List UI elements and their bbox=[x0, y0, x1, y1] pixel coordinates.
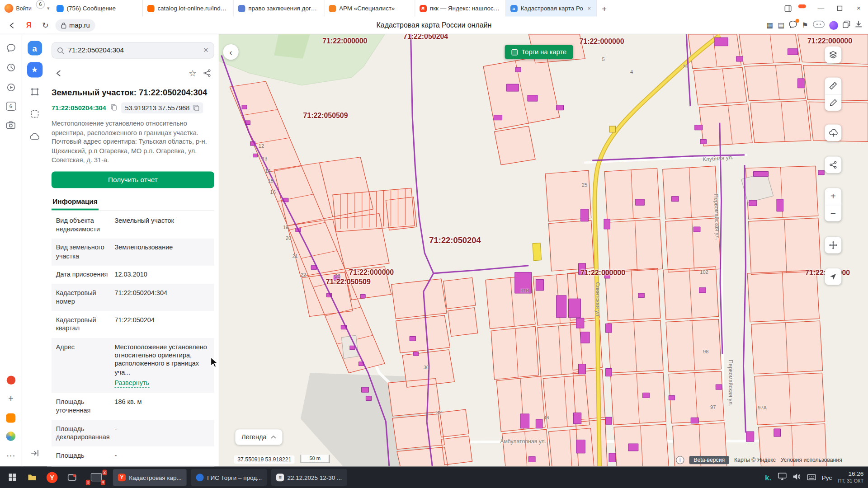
history-icon[interactable] bbox=[5, 62, 16, 73]
measure-tool-icon[interactable] bbox=[27, 84, 42, 99]
favorites-tile[interactable]: ★ bbox=[27, 62, 42, 77]
map-canvas[interactable]: 71:22:00000071:22:05020471:22:00000071:2… bbox=[219, 34, 868, 466]
tab-groups-icon[interactable] bbox=[843, 20, 850, 30]
profile-button[interactable]: Войти bbox=[0, 0, 36, 17]
zoom-in-button[interactable]: + bbox=[825, 188, 841, 205]
object-panel: ✕ ☆ Земельный участок: 71:22:050204:304 … bbox=[47, 34, 219, 466]
add-panel-icon[interactable]: + bbox=[5, 394, 16, 404]
tab-panels-icon[interactable] bbox=[781, 5, 795, 12]
more-icon[interactable]: ⋯ bbox=[5, 450, 16, 461]
close-button[interactable]: × bbox=[849, 0, 868, 17]
tab-contract[interactable]: право заключения догов... bbox=[233, 0, 324, 17]
video-icon[interactable] bbox=[5, 82, 16, 93]
object-chips: 71:22:050204:304 53.919213 37.557968 bbox=[52, 103, 214, 113]
maximize-button[interactable] bbox=[830, 0, 849, 17]
cloud-icon[interactable] bbox=[27, 128, 42, 144]
display-icon[interactable] bbox=[778, 472, 787, 482]
url-text: map.ru bbox=[69, 21, 90, 29]
extensions-icon[interactable] bbox=[813, 20, 825, 30]
checkbox-icon[interactable] bbox=[511, 49, 517, 55]
window-controls: — × bbox=[781, 0, 868, 17]
copy-icon[interactable] bbox=[193, 104, 199, 111]
trades-on-map-button[interactable]: Торги на карте bbox=[505, 45, 573, 59]
minimize-button[interactable]: — bbox=[811, 0, 830, 17]
collections-icon[interactable]: ▦ bbox=[767, 21, 774, 29]
road-sign bbox=[609, 126, 615, 132]
cloud-upload-icon[interactable] bbox=[825, 125, 841, 141]
new-tab-button[interactable]: + bbox=[596, 0, 612, 17]
start-button[interactable] bbox=[5, 469, 20, 485]
speaker-icon[interactable] bbox=[793, 472, 801, 482]
date-text: ПТ, 31 ОКТ bbox=[838, 478, 864, 484]
locate-control bbox=[825, 268, 841, 285]
tab-cadastral-map[interactable]: a Кадастровая карта Ро × bbox=[506, 0, 597, 17]
taskbar-app-gis[interactable]: ГИС Торги – прод... bbox=[191, 469, 267, 486]
window-preview[interactable]: 2 3 4 bbox=[84, 469, 108, 486]
search-input[interactable] bbox=[68, 47, 199, 54]
tab-yandex-search[interactable]: Я пкк — Яндекс: нашлось... bbox=[415, 0, 506, 17]
pencil-icon[interactable] bbox=[825, 94, 841, 111]
message-badge bbox=[796, 19, 800, 23]
beta-badge: Beta-версия bbox=[689, 456, 729, 464]
object-title: Земельный участок: 71:22:050204:304 bbox=[52, 87, 214, 97]
reload-icon[interactable]: ↻ bbox=[39, 19, 52, 32]
bookmark-flag-icon[interactable]: ⚑ bbox=[802, 21, 808, 29]
search-box[interactable]: ✕ bbox=[52, 42, 214, 59]
input-panel-icon[interactable] bbox=[807, 472, 816, 482]
yandex-logo[interactable]: Я bbox=[22, 19, 35, 32]
map-share-icon[interactable] bbox=[825, 157, 841, 174]
tab-messages[interactable]: (756) Сообщение bbox=[52, 0, 143, 17]
messenger-panel-icon[interactable] bbox=[5, 42, 16, 53]
site-logo[interactable]: a bbox=[28, 41, 42, 56]
ruler-icon[interactable] bbox=[825, 77, 841, 94]
cadastral-number-link[interactable]: 71:22:050204:304 bbox=[52, 104, 106, 112]
pinned-app-round-icon[interactable] bbox=[6, 432, 15, 441]
tab-close-icon[interactable]: × bbox=[587, 5, 591, 12]
back-icon[interactable] bbox=[5, 19, 19, 32]
toolbar-actions: ▦ ▤ ⚑ bbox=[767, 20, 863, 30]
expand-link[interactable]: Развернуть bbox=[114, 379, 149, 388]
navigate-icon[interactable] bbox=[825, 268, 841, 285]
chevron-down-icon[interactable]: ▾ bbox=[45, 5, 52, 11]
select-area-icon[interactable] bbox=[27, 106, 42, 122]
copy-icon[interactable] bbox=[111, 104, 117, 112]
table-row: Площадь - bbox=[52, 447, 214, 465]
downloads-icon[interactable] bbox=[855, 20, 863, 30]
layers-icon[interactable] bbox=[825, 47, 841, 63]
legend-button[interactable]: Легенда bbox=[235, 429, 282, 445]
panel-back-icon[interactable] bbox=[52, 66, 66, 80]
tab-information[interactable]: Информация bbox=[52, 193, 99, 210]
address-bar[interactable]: map.ru bbox=[55, 19, 95, 31]
get-report-button[interactable]: Получить отчет bbox=[52, 171, 214, 188]
taskbar-app-cadastral[interactable]: Y Кадастровая кар... bbox=[113, 469, 187, 486]
update-indicator[interactable] bbox=[798, 4, 806, 8]
selected-parcel[interactable] bbox=[533, 243, 542, 261]
pinned-app-icon[interactable] bbox=[64, 469, 80, 485]
clear-search-icon[interactable]: ✕ bbox=[203, 47, 208, 54]
yandex-browser-pinned-icon[interactable]: Y bbox=[44, 469, 60, 485]
pomodoro-icon[interactable] bbox=[6, 375, 15, 385]
sidebar-icon[interactable]: ▤ bbox=[778, 21, 784, 29]
tab-arm[interactable]: АРМ «Специалист» bbox=[324, 0, 415, 17]
tab-counter[interactable]: 6 bbox=[6, 102, 16, 111]
pan-icon[interactable] bbox=[825, 237, 841, 253]
messenger-icon[interactable] bbox=[789, 20, 797, 30]
screenshot-icon[interactable] bbox=[5, 119, 16, 130]
panel-collapse-button[interactable]: ‹ bbox=[223, 44, 238, 60]
tab-lot-online[interactable]: catalog.lot-online.ru/inde... bbox=[142, 0, 233, 17]
language-indicator[interactable]: Рус bbox=[822, 474, 832, 481]
file-explorer-icon[interactable] bbox=[24, 469, 40, 485]
coordinates-chip[interactable]: 53.919213 37.557968 bbox=[121, 103, 203, 113]
terms-link[interactable]: Условия использования bbox=[781, 457, 842, 463]
share-icon[interactable] bbox=[200, 66, 214, 80]
pinned-app-orange-icon[interactable] bbox=[6, 413, 15, 423]
tab-count-badge[interactable]: 6 bbox=[36, 0, 45, 9]
taskbar-app-document[interactable]: ≡ 22.12.2025 12-30 ... bbox=[271, 469, 347, 486]
alice-icon[interactable] bbox=[829, 21, 838, 30]
kontur-icon[interactable]: k. bbox=[765, 473, 771, 482]
zoom-out-button[interactable]: − bbox=[825, 205, 841, 221]
collapse-panel-icon[interactable] bbox=[27, 446, 42, 461]
taskbar-clock[interactable]: 16:26 ПТ, 31 ОКТ bbox=[838, 470, 864, 484]
info-icon[interactable]: i bbox=[676, 456, 684, 464]
favorite-star-icon[interactable]: ☆ bbox=[185, 66, 200, 80]
